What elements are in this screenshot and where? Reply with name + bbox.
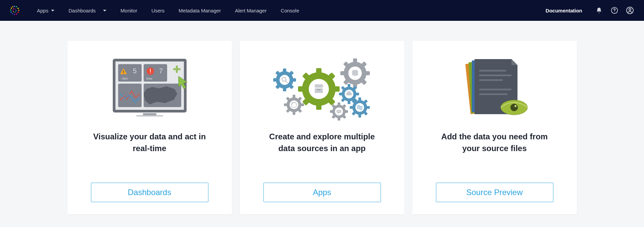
svg-rect-65: [283, 87, 286, 91]
svg-point-4: [17, 12, 19, 13]
user-icon[interactable]: [625, 6, 635, 15]
svg-rect-129: [479, 79, 503, 81]
svg-point-6: [14, 14, 15, 15]
top-navbar: Apps Dashboards Monitor Users Metadata M…: [0, 0, 644, 21]
svg-rect-77: [293, 111, 295, 115]
card-illustration-source: [419, 50, 570, 128]
svg-rect-25: [136, 115, 163, 117]
svg-point-5: [16, 13, 17, 15]
svg-rect-51: [317, 89, 320, 90]
nav-users[interactable]: Users: [145, 5, 170, 16]
svg-rect-53: [353, 58, 357, 63]
svg-point-0: [14, 6, 15, 7]
svg-rect-43: [298, 86, 304, 92]
svg-rect-90: [356, 93, 359, 95]
nav-alert-manager[interactable]: Alert Manager: [229, 5, 273, 16]
svg-point-3: [18, 10, 19, 11]
svg-point-7: [12, 13, 13, 14]
card-dashboards: 5 Alert 7 Now: [67, 41, 232, 214]
svg-rect-100: [358, 97, 361, 101]
svg-rect-28: [123, 71, 124, 73]
bell-icon[interactable]: [594, 6, 604, 15]
svg-point-17: [12, 9, 13, 10]
svg-point-123: [340, 111, 340, 111]
source-preview-button[interactable]: Source Preview: [436, 183, 553, 202]
svg-rect-97: [346, 93, 352, 95]
nav-label: Metadata Manager: [179, 8, 221, 13]
svg-point-16: [13, 11, 14, 12]
svg-point-12: [13, 8, 14, 9]
svg-point-15: [14, 11, 15, 12]
svg-rect-128: [479, 75, 511, 76]
documentation-link[interactable]: Documentation: [540, 5, 588, 16]
nav-console[interactable]: Console: [275, 5, 305, 16]
svg-rect-32: [150, 69, 151, 72]
nav-label: Monitor: [120, 8, 137, 13]
illus-alert-label: Alert: [121, 77, 128, 80]
right-nav: Documentation: [540, 5, 635, 16]
nav-monitor[interactable]: Monitor: [114, 5, 143, 16]
svg-point-121: [338, 111, 338, 111]
svg-rect-102: [366, 106, 370, 109]
svg-rect-79: [284, 103, 287, 106]
card-illustration-apps: [247, 50, 398, 128]
chevron-down-icon: [103, 10, 106, 11]
svg-point-9: [10, 9, 11, 11]
svg-point-19: [614, 12, 615, 12]
svg-rect-131: [479, 93, 507, 95]
svg-rect-42: [334, 86, 340, 92]
card-title: Create and explore multiple data sources…: [262, 131, 383, 154]
app-logo[interactable]: [9, 5, 20, 16]
svg-rect-56: [340, 71, 345, 75]
svg-point-122: [339, 111, 339, 111]
nav-metadata-manager[interactable]: Metadata Manager: [172, 5, 227, 16]
svg-rect-127: [479, 70, 506, 72]
nav-label: Alert Manager: [235, 8, 266, 13]
svg-rect-78: [301, 103, 304, 106]
nav-label: Console: [281, 8, 299, 13]
svg-rect-111: [338, 118, 340, 121]
card-source-preview: Add the data you need from your source f…: [412, 41, 577, 214]
nav-label: Dashboards: [68, 8, 96, 13]
svg-point-1: [16, 6, 17, 7]
svg-rect-76: [293, 95, 295, 98]
svg-rect-89: [348, 101, 350, 104]
chevron-down-icon: [51, 10, 54, 11]
primary-nav: Apps Dashboards Monitor Users Metadata M…: [31, 5, 305, 16]
svg-rect-40: [316, 68, 321, 74]
svg-rect-24: [143, 113, 156, 115]
svg-point-13: [15, 8, 16, 9]
svg-rect-49: [315, 84, 323, 88]
svg-point-21: [629, 8, 631, 10]
svg-rect-98: [347, 91, 351, 93]
svg-rect-91: [339, 93, 342, 95]
nav-label: Users: [151, 8, 164, 13]
svg-rect-101: [358, 114, 361, 118]
card-apps: Create and explore multiple data sources…: [240, 41, 404, 214]
dashboards-button[interactable]: Dashboards: [91, 183, 208, 202]
svg-rect-41: [316, 104, 321, 110]
nav-apps[interactable]: Apps: [31, 5, 60, 16]
svg-point-134: [510, 104, 518, 111]
illus-now-number: 7: [159, 67, 163, 75]
help-icon[interactable]: [610, 6, 619, 15]
nav-dashboards[interactable]: Dashboards: [62, 5, 112, 16]
svg-rect-35: [176, 65, 178, 73]
illus-now-label: Now: [146, 77, 153, 80]
card-illustration-dashboard: 5 Alert 7 Now: [74, 50, 225, 128]
svg-point-8: [10, 11, 12, 13]
illus-alert-number: 5: [133, 67, 137, 75]
svg-point-11: [12, 6, 13, 7]
apps-button[interactable]: Apps: [263, 183, 381, 202]
svg-rect-130: [479, 89, 511, 90]
svg-point-72: [280, 75, 290, 85]
svg-point-84: [290, 100, 298, 109]
svg-rect-29: [123, 73, 124, 74]
svg-point-2: [17, 8, 19, 9]
svg-rect-55: [365, 71, 370, 75]
svg-rect-112: [345, 110, 348, 113]
svg-point-10: [11, 7, 12, 9]
card-title: Visualize your data and act in real-time: [89, 131, 210, 154]
svg-rect-67: [273, 78, 277, 82]
svg-rect-113: [330, 110, 333, 113]
